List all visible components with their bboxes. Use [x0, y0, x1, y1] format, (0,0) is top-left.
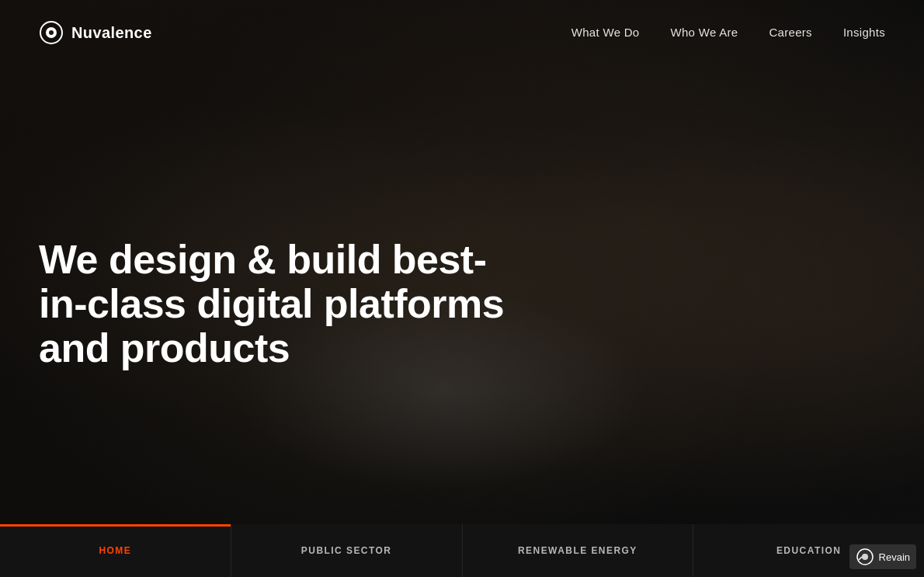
svg-point-4 [862, 554, 868, 560]
svg-line-5 [859, 557, 862, 560]
nav-link-what-we-do[interactable]: What We Do [571, 26, 640, 39]
page-wrapper: Nuvalence What We Do Who We Are Careers … [0, 0, 924, 577]
tab-home[interactable]: HOME [0, 524, 231, 577]
tab-public-sector[interactable]: PUBLIC SECTOR [231, 524, 463, 577]
nav-link-who-we-are[interactable]: Who We Are [671, 26, 738, 39]
revain-text: Revain [879, 551, 910, 563]
tab-renewable-energy-label: RENEWABLE ENERGY [518, 545, 637, 556]
nuvalence-logo-icon [39, 20, 64, 45]
nav-links: What We Do Who We Are Careers Insights [571, 26, 885, 40]
nav-link-careers[interactable]: Careers [769, 26, 811, 39]
svg-point-2 [49, 30, 54, 35]
bottom-tabs: HOME PUBLIC SECTOR RENEWABLE ENERGY EDUC… [0, 524, 924, 577]
navbar: Nuvalence What We Do Who We Are Careers … [0, 0, 924, 65]
nav-item-who-we-are[interactable]: Who We Are [671, 26, 738, 40]
nav-item-careers[interactable]: Careers [769, 26, 811, 40]
revain-icon [856, 547, 874, 566]
tab-renewable-energy[interactable]: RENEWABLE ENERGY [463, 524, 694, 577]
nav-link-insights[interactable]: Insights [843, 26, 885, 39]
tab-home-label: HOME [99, 545, 131, 556]
logo-text: Nuvalence [71, 24, 152, 42]
logo-link[interactable]: Nuvalence [39, 20, 152, 45]
nav-item-what-we-do[interactable]: What We Do [571, 26, 640, 40]
revain-badge[interactable]: Revain [849, 544, 916, 569]
nav-item-insights[interactable]: Insights [843, 26, 885, 40]
tab-public-sector-label: PUBLIC SECTOR [301, 545, 392, 556]
hero-headline: We design & build best-in-class digital … [39, 238, 520, 371]
tab-education-label: EDUCATION [776, 545, 841, 556]
hero-content: We design & build best-in-class digital … [39, 238, 520, 371]
